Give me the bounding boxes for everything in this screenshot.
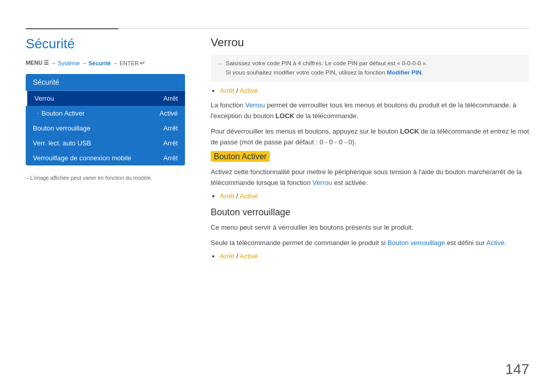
- menu-item-bouton-activer-value: Activé: [160, 109, 178, 117]
- bouton-verrouillage-para2: Seule la télécommande permet de commande…: [211, 237, 529, 248]
- bouton-verr-para2-link2[interactable]: Activé: [486, 239, 504, 247]
- breadcrumb: MENU ☰ → Système → Sécurité → ENTER ↵: [26, 59, 185, 67]
- verrou-para1-rest2: de la télécommande.: [297, 112, 359, 120]
- page-number: 147: [505, 361, 529, 378]
- bouton-verr-active: Activé: [239, 252, 257, 260]
- bouton-verrouillage-bullet-item: Arrêt / Activé: [220, 252, 529, 260]
- section-bouton-activer-title: Bouton Activer: [211, 151, 270, 162]
- menu-item-verr-lect-label: Verr. lect. auto USB: [33, 139, 91, 147]
- menu-item-bouton-verrouillage[interactable]: Bouton verrouillage Arrêt: [26, 121, 185, 136]
- verrou-para1: La fonction Verrou permet de verrouiller…: [211, 100, 529, 122]
- menu-item-verrou[interactable]: Verrou Arrêt: [26, 91, 185, 106]
- security-panel: Sécurité Verrou Arrêt · Bouton Activer A…: [26, 74, 185, 165]
- verrou-modifier-pin-link[interactable]: Modifier PIN: [387, 69, 421, 76]
- breadcrumb-arrow-1: →: [50, 60, 56, 66]
- bouton-activer-bullet-list: Arrêt / Activé: [220, 192, 529, 200]
- bouton-verrouillage-para1: Ce menu peut servir à verrouiller les bo…: [211, 222, 529, 233]
- bouton-verr-sep: /: [234, 252, 239, 260]
- menu-item-verr-connexion-value: Arrêt: [163, 154, 178, 162]
- breadcrumb-arrow-2: →: [81, 60, 87, 66]
- bouton-activer-active: Activé: [239, 192, 257, 200]
- verrou-para2: Pour déverrouiller les menus et boutons,…: [211, 126, 529, 148]
- bouton-activer-para1-rest: est activée.: [334, 179, 368, 186]
- verrou-info-link2: .: [421, 69, 423, 76]
- bouton-verr-para2-end: .: [505, 239, 507, 247]
- menu-item-bouton-verrouillage-value: Arrêt: [163, 124, 178, 132]
- menu-item-bouton-activer-label: Bouton Activer: [42, 109, 85, 117]
- section-bouton-verrouillage-title: Bouton verrouillage: [211, 207, 529, 218]
- verrou-info-line2: Si vous souhaitez modifier votre code PI…: [226, 69, 385, 76]
- menu-item-verr-lect-auto-usb[interactable]: Verr. lect. auto USB Arrêt: [26, 136, 185, 151]
- section-verrou-title: Verrou: [211, 36, 529, 49]
- verrou-para2-start: Pour déverrouiller les menus et boutons,…: [211, 127, 398, 135]
- bouton-activer-para1: Activez cette fonctionnalité pour mettre…: [211, 166, 529, 189]
- menu-item-verrou-label: Verrou: [34, 95, 54, 102]
- left-column: Sécurité MENU ☰ → Système → Sécurité → E…: [26, 36, 185, 265]
- bouton-activer-bullet-item: Arrêt / Activé: [220, 192, 529, 200]
- bouton-verrouillage-bullet-list: Arrêt / Activé: [220, 252, 529, 260]
- menu-item-verr-connexion-mobile[interactable]: Verrouillage de connexion mobile Arrêt: [26, 151, 185, 165]
- breadcrumb-system[interactable]: Système: [58, 60, 80, 66]
- right-column: Verrou — Saisissez votre code PIN à 4 ch…: [206, 36, 529, 265]
- bouton-activer-sep: /: [234, 192, 239, 200]
- bouton-verr-para2-mid: est défini sur: [447, 239, 485, 247]
- bouton-verr-arret: Arrêt: [220, 252, 234, 260]
- info-dash-icon: —: [217, 59, 223, 68]
- verrou-bullet-sep: /: [234, 87, 239, 95]
- breadcrumb-enter: ENTER ↵: [120, 59, 145, 67]
- bouton-activer-arret: Arrêt: [220, 192, 234, 200]
- menu-item-bouton-verrouillage-label: Bouton verrouillage: [33, 124, 90, 132]
- breadcrumb-security[interactable]: Sécurité: [88, 60, 110, 66]
- security-panel-header: Sécurité: [26, 74, 185, 91]
- breadcrumb-menu-icon: MENU ☰: [26, 60, 49, 66]
- verrou-info-box: — Saisissez votre code PIN à 4 chiffres.…: [211, 54, 529, 82]
- verrou-para1-link[interactable]: Verrou: [245, 101, 265, 109]
- menu-item-verr-lect-value: Arrêt: [163, 139, 178, 147]
- breadcrumb-enter-label: ENTER: [120, 60, 139, 66]
- page-title: Sécurité: [26, 36, 185, 52]
- breadcrumb-arrow-3: →: [113, 60, 118, 66]
- footnote: – L'image affichée peut varier en foncti…: [26, 175, 185, 181]
- bouton-verr-para2-start: Seule la télécommande permet de commande…: [211, 239, 385, 247]
- verrou-para2-lock: LOCK: [400, 127, 419, 135]
- verrou-arret: Arrêt: [220, 87, 234, 95]
- menu-item-verr-connexion-label: Verrouillage de connexion mobile: [33, 154, 132, 162]
- verrou-bullet-item: Arrêt / Activé: [220, 87, 529, 95]
- verrou-bullet-list: Arrêt / Activé: [220, 87, 529, 95]
- verrou-active: Activé: [239, 87, 257, 95]
- enter-icon: ↵: [140, 59, 145, 67]
- menu-item-verrou-value: Arrêt: [163, 95, 178, 102]
- menu-item-bouton-activer[interactable]: · Bouton Activer Activé: [26, 106, 185, 121]
- verrou-info-line1: Saisissez votre code PIN à 4 chiffres. L…: [226, 60, 428, 66]
- top-border-dark: [26, 28, 118, 29]
- bullet-icon: ·: [37, 110, 39, 116]
- verrou-para1-start: La fonction: [211, 101, 244, 109]
- bouton-verr-para2-link[interactable]: Bouton verrouillage: [387, 239, 445, 247]
- verrou-para1-lock: LOCK: [275, 112, 294, 120]
- bouton-activer-para1-link[interactable]: Verrou: [312, 179, 332, 186]
